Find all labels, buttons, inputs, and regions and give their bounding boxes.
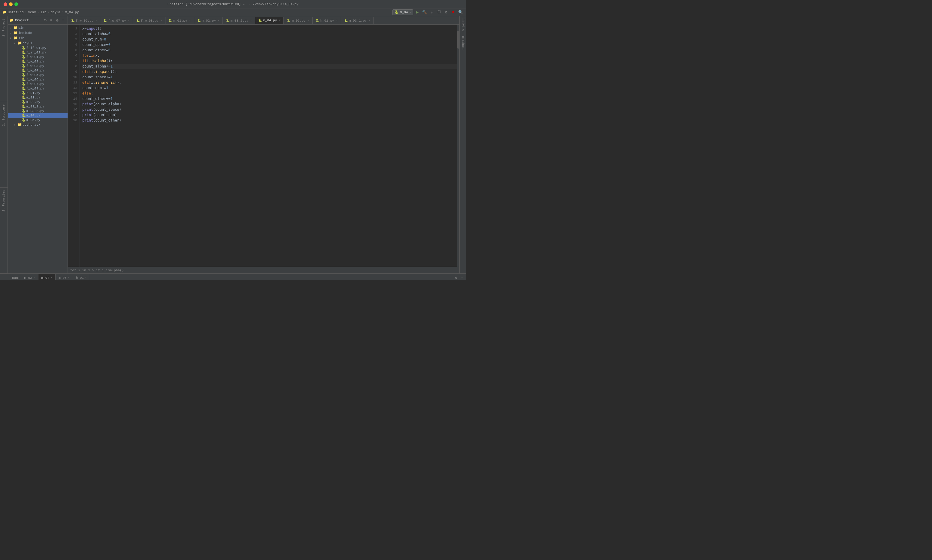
structure-tab[interactable]: 2: Structure (2, 102, 6, 128)
code-line-8[interactable]: count_alpha += 1 (82, 64, 457, 69)
code-line-18[interactable]: print(count_other) (82, 118, 457, 123)
breadcrumb-day01[interactable]: day01 (51, 11, 61, 14)
code-line-3[interactable]: count_num = 0 (82, 37, 457, 42)
favorites-tab[interactable]: 2: Favorites (2, 188, 6, 214)
breadcrumb-lib[interactable]: lib (40, 11, 46, 14)
scrollbar-thumb[interactable] (457, 31, 459, 49)
tree-item-m_02-py[interactable]: 🐍m_02.py (8, 100, 68, 104)
tree-item-f_w_04-py[interactable]: 🐍f_w_04.py (8, 68, 68, 72)
tree-item-day01[interactable]: ▾📁day01 (8, 40, 68, 46)
tree-item-m_04-py[interactable]: 🐍m_04.py (8, 113, 68, 118)
code-line-17[interactable]: print(count_num) (82, 112, 457, 118)
code-line-6[interactable]: for i in x: (82, 53, 457, 58)
editor-tab-f_w_07-py[interactable]: 🐍f_w_07.py× (100, 17, 133, 24)
scrollbar[interactable] (457, 25, 459, 267)
bottom-run-tab-m_02[interactable]: m_02× (21, 274, 38, 280)
tree-item-f_w_02-py[interactable]: 🐍f_w_02.py (8, 59, 68, 64)
code-line-10[interactable]: count_space += 1 (82, 74, 457, 80)
bottom-run-tab-m_05[interactable]: m_05× (55, 274, 72, 280)
project-tab[interactable]: 1: Project (2, 16, 6, 39)
stop-button[interactable]: ■ (450, 9, 456, 15)
editor-tab-m_03_1-py[interactable]: 🐍m_03_1.py× (341, 17, 374, 24)
window-controls[interactable] (4, 2, 18, 6)
editor-area: 🐍f_w_06.py×🐍f_w_07.py×🐍f_w_08.py×🐍m_01.p… (68, 16, 459, 274)
coverage-button[interactable]: ☂ (429, 9, 435, 15)
settings-toolbar-button[interactable]: ⚙ (443, 9, 449, 15)
tree-item-h_01-py[interactable]: 🐍h_01.py (8, 91, 68, 95)
code-editor[interactable]: 123456789101112131415161718 x = input()c… (68, 25, 459, 267)
editor-tab-f_w_08-py[interactable]: 🐍f_w_08.py× (133, 17, 165, 24)
code-content[interactable]: x = input()count_alpha = 0count_num = 0c… (80, 25, 459, 267)
code-line-13[interactable]: else: (82, 91, 457, 96)
bottom-run-tab-m_04[interactable]: m_04× (39, 274, 55, 280)
tree-item-m_03_1-py[interactable]: 🐍m_03_1.py (8, 104, 68, 109)
project-panel-title: Project (15, 18, 42, 22)
bottom-run-tab-h_01[interactable]: h_01× (73, 274, 90, 280)
code-line-5[interactable]: count_other = 0 (82, 48, 457, 53)
tree-item-f_w_07-py[interactable]: 🐍f_w_07.py (8, 82, 68, 86)
tree-item-f_w_05-py[interactable]: 🐍f_w_05.py (8, 72, 68, 77)
tree-item-f_if_02-py[interactable]: 🐍f_if_02.py (8, 50, 68, 55)
tree-item-f_w_06-py[interactable]: 🐍f_w_06.py (8, 77, 68, 82)
window-title: untitled [~/PycharmProjects/untitled] - … (168, 2, 299, 6)
editor-tab-m_05-py[interactable]: 🐍m_05.py× (284, 17, 312, 24)
breadcrumb-untitled-label[interactable]: untitled (8, 11, 24, 14)
tree-item-m_01-py[interactable]: 🐍m_01.py (8, 95, 68, 100)
scview-tab[interactable]: SciView (461, 16, 465, 34)
breadcrumb-untitled[interactable]: 📁 (2, 10, 6, 14)
code-line-9[interactable]: elif i.isspace(): (82, 69, 457, 74)
project-close-icon[interactable]: − (61, 18, 66, 23)
project-settings-icon[interactable]: ≡ (49, 18, 54, 23)
tree-item-include[interactable]: ▸📁include (8, 30, 68, 35)
build-button[interactable]: 🔨 (422, 9, 428, 15)
code-line-12[interactable]: count_num += 1 (82, 85, 457, 91)
tree-item-m_03_2-py[interactable]: 🐍m_03_2.py (8, 109, 68, 113)
run-config-icon: 🐍 (394, 10, 399, 14)
editor-tab-m_01-py[interactable]: 🐍m_01.py× (165, 17, 194, 24)
favorites-tab-section: 2: Favorites (0, 188, 8, 274)
bottom-close-button[interactable]: − (459, 275, 465, 280)
code-line-15[interactable]: print(count_alpha) (82, 102, 457, 107)
tree-item-f_w_03-py[interactable]: 🐍f_w_03.py (8, 64, 68, 68)
editor-tabs-bar: 🐍f_w_06.py×🐍f_w_07.py×🐍f_w_08.py×🐍m_01.p… (68, 16, 459, 25)
project-gear-icon[interactable]: ⚙ (55, 18, 60, 23)
bottom-settings-button[interactable]: ⚙ (453, 275, 459, 280)
bottom-panel: Run: m_02×m_04×m_05×h_01× ⚙ − ▶ ▼ ■ ⟳ ☰ … (0, 274, 466, 280)
profile-button[interactable]: ⏱ (436, 9, 442, 15)
code-line-16[interactable]: print(count_space) (82, 107, 457, 112)
main-layout: 1: Project 2: Structure 2: Favorites 📁 P… (0, 16, 466, 274)
editor-tab-f_w_06-py[interactable]: 🐍f_w_06.py× (68, 17, 100, 24)
editor-tab-h_01-py[interactable]: 🐍h_01.py× (313, 17, 341, 24)
project-sync-icon[interactable]: ⟳ (43, 18, 48, 23)
bottom-panel-controls: ⚙ − (453, 275, 466, 280)
tree-item-f_if_01-py[interactable]: 🐍f_if_01.py (8, 46, 68, 50)
editor-tab-m_03_2-py[interactable]: 🐍m_03_2.py× (223, 17, 255, 24)
run-button[interactable]: ▶ (414, 9, 421, 15)
breadcrumb-file[interactable]: m_04.py (65, 11, 79, 14)
right-sidebar: SciView Database (459, 16, 466, 274)
code-line-14[interactable]: count_other += 1 (82, 96, 457, 102)
minimize-button[interactable] (9, 2, 12, 6)
bottom-tabs-bar: Run: m_02×m_04×m_05×h_01× ⚙ − (0, 274, 466, 280)
code-line-7[interactable]: if i.isalpha(): (82, 58, 457, 64)
tree-item-lib[interactable]: ▾📁lib (8, 35, 68, 40)
maximize-button[interactable] (14, 2, 18, 6)
database-tab[interactable]: Database (461, 34, 465, 53)
code-line-4[interactable]: count_space = 0 (82, 42, 457, 48)
tree-item-f_w_08-py[interactable]: 🐍f_w_08.py (8, 86, 68, 91)
editor-tab-m_04-py[interactable]: 🐍m_04.py× (255, 17, 284, 24)
editor-breadcrumb: for i in x > if i.isalpha() (68, 267, 459, 274)
tree-item-python2-7[interactable]: ▸📁python2.7 (8, 122, 68, 127)
code-line-2[interactable]: count_alpha = 0 (82, 31, 457, 37)
breadcrumb: 📁 untitled › venv › lib › day01 › m_04.p… (0, 8, 393, 16)
breadcrumb-venv[interactable]: venv (28, 11, 36, 14)
tree-item-m_05-py[interactable]: 🐍m_05.py (8, 118, 68, 122)
close-button[interactable] (4, 2, 7, 6)
tree-item-bin[interactable]: ▸📁bin (8, 25, 68, 30)
editor-tab-m_02-py[interactable]: 🐍m_02.py× (194, 17, 223, 24)
search-button[interactable]: 🔍 (458, 9, 464, 15)
run-config-selector[interactable]: 🐍 m_04 ▾ (393, 9, 413, 15)
code-line-1[interactable]: x = input() (82, 26, 457, 31)
tree-item-f_w_01-py[interactable]: 🐍f_w_01.py (8, 55, 68, 59)
code-line-11[interactable]: elif i.isnumeric(): (82, 80, 457, 85)
